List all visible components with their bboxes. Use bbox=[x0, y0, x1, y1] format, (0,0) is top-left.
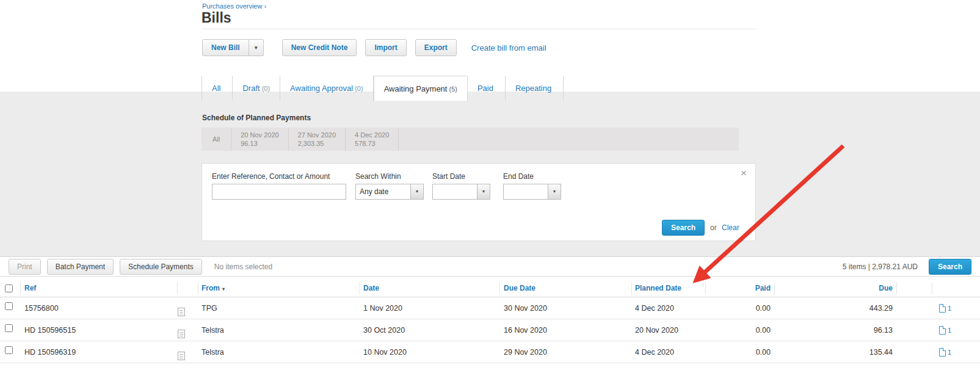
items-summary: 5 items | 2,978.21 AUD bbox=[843, 263, 918, 271]
batch-payment-button[interactable]: Batch Payment bbox=[47, 259, 114, 275]
header-from[interactable]: From▾ bbox=[201, 280, 357, 298]
row-checkbox[interactable] bbox=[5, 324, 13, 332]
top-button-row: New Bill ▾ New Credit Note Import Export… bbox=[202, 39, 546, 56]
cell-planned-date-link[interactable]: 4 Dec 2020 bbox=[635, 297, 703, 319]
tab-awaiting-approval[interactable]: Awaiting Approval(0) bbox=[280, 76, 374, 101]
row-checkbox[interactable] bbox=[5, 302, 13, 310]
cell-due: 96.13 bbox=[782, 319, 893, 341]
chevron-down-icon: ▾ bbox=[410, 184, 424, 200]
cell-due: 135.44 bbox=[782, 341, 893, 363]
reference-input[interactable] bbox=[212, 184, 346, 200]
header-date[interactable]: Date bbox=[363, 280, 499, 297]
cell-ref: 15756800 bbox=[24, 297, 174, 319]
cell-from-link[interactable]: Telstra bbox=[201, 341, 357, 363]
cell-paid: 0.00 bbox=[708, 341, 771, 363]
chevron-down-icon: ▾ bbox=[477, 184, 490, 200]
import-button[interactable]: Import bbox=[365, 39, 406, 56]
start-date-select[interactable]: ▾ bbox=[432, 184, 490, 200]
caret-down-icon: ▾ bbox=[255, 45, 258, 51]
attachment-indicator[interactable]: 1 bbox=[939, 297, 970, 319]
attachment-indicator[interactable]: 1 bbox=[939, 319, 970, 341]
note-icon[interactable] bbox=[178, 308, 185, 316]
close-icon[interactable]: × bbox=[741, 167, 747, 179]
search-panel: Enter Reference, Contact or Amount Searc… bbox=[201, 163, 756, 241]
reference-label: Enter Reference, Contact or Amount bbox=[212, 172, 330, 181]
cell-date: 30 Oct 2020 bbox=[363, 319, 499, 341]
cell-paid: 0.00 bbox=[708, 319, 771, 341]
table-header: Ref From▾ Date Due Date Planned Date Pai… bbox=[0, 280, 980, 297]
cell-paid: 0.00 bbox=[708, 297, 771, 319]
cell-from-link[interactable]: TPG bbox=[201, 297, 357, 319]
cell-date: 10 Nov 2020 bbox=[363, 341, 499, 363]
cell-date: 1 Nov 2020 bbox=[363, 297, 499, 319]
bills-tabs: All Draft(0) Awaiting Approval(0) Awaiti… bbox=[201, 76, 564, 101]
search-within-select[interactable]: Any date ▾ bbox=[355, 184, 424, 200]
schedule-bar: All 20 Nov 202096.13 27 Nov 20202,303.35… bbox=[201, 128, 739, 151]
cell-due-date-overdue: 16 Nov 2020 bbox=[504, 319, 629, 341]
schedule-segment-27nov[interactable]: 27 Nov 20202,303.35 bbox=[289, 128, 346, 151]
cell-planned-date-link[interactable]: 20 Nov 2020 bbox=[635, 319, 703, 341]
or-text: or bbox=[710, 223, 717, 232]
file-icon bbox=[939, 304, 946, 313]
chevron-down-icon: ▾ bbox=[548, 184, 561, 200]
tab-awaiting-payment[interactable]: Awaiting Payment(5) bbox=[374, 76, 468, 101]
cell-ref: HD 150596515 bbox=[24, 319, 174, 341]
actions-bar: Print Batch Payment Schedule Payments No… bbox=[0, 256, 980, 277]
search-within-label: Search Within bbox=[355, 172, 401, 181]
row-checkbox[interactable] bbox=[5, 346, 13, 354]
tab-paid[interactable]: Paid bbox=[468, 76, 506, 101]
panel-search-button[interactable]: Search bbox=[662, 220, 705, 236]
header-paid[interactable]: Paid bbox=[708, 280, 771, 297]
tab-all[interactable]: All bbox=[201, 76, 233, 101]
table-row[interactable]: HD 150596515 Telstra 30 Oct 2020 16 Nov … bbox=[0, 319, 980, 341]
select-all-checkbox[interactable] bbox=[5, 284, 13, 292]
cell-from-link[interactable]: Telstra bbox=[201, 319, 357, 341]
export-button[interactable]: Export bbox=[415, 39, 457, 56]
cell-planned-date-link[interactable]: 4 Dec 2020 bbox=[635, 341, 703, 363]
header-planned-date[interactable]: Planned Date bbox=[635, 280, 703, 297]
cell-due: 443.29 bbox=[782, 297, 893, 319]
start-date-label: Start Date bbox=[432, 172, 465, 181]
table-row[interactable]: HD 150596319 Telstra 10 Nov 2020 29 Nov … bbox=[0, 341, 980, 363]
new-bill-button[interactable]: New Bill bbox=[202, 39, 249, 56]
print-button[interactable]: Print bbox=[9, 259, 41, 275]
new-credit-note-button[interactable]: New Credit Note bbox=[282, 39, 357, 56]
header-due-date[interactable]: Due Date bbox=[504, 280, 629, 297]
file-icon bbox=[939, 348, 946, 357]
table-row[interactable]: 15756800 TPG 1 Nov 2020 30 Nov 2020 4 De… bbox=[0, 297, 980, 319]
bar-search-button[interactable]: Search bbox=[929, 259, 971, 275]
schedule-segment-empty bbox=[399, 128, 739, 151]
schedule-segment-4dec[interactable]: 4 Dec 2020578.73 bbox=[346, 128, 399, 151]
cell-ref: HD 150596319 bbox=[24, 341, 174, 363]
schedule-heading: Schedule of Planned Payments bbox=[202, 114, 311, 122]
create-bill-from-email-link[interactable]: Create bill from email bbox=[471, 43, 546, 53]
schedule-segment-all[interactable]: All bbox=[201, 128, 231, 151]
breadcrumb[interactable]: Purchases overview › bbox=[202, 2, 266, 10]
end-date-select[interactable]: ▾ bbox=[503, 184, 561, 200]
header-due[interactable]: Due bbox=[782, 280, 893, 297]
page-title: Bills bbox=[201, 10, 231, 26]
tab-draft[interactable]: Draft(0) bbox=[233, 76, 280, 101]
new-bill-split-button: New Bill ▾ bbox=[202, 39, 264, 56]
title-divider bbox=[201, 29, 756, 29]
tab-repeating[interactable]: Repeating bbox=[506, 76, 564, 101]
new-bill-caret-button[interactable]: ▾ bbox=[249, 39, 264, 56]
sort-down-icon: ▾ bbox=[222, 286, 225, 292]
schedule-segment-20nov[interactable]: 20 Nov 202096.13 bbox=[231, 128, 288, 151]
schedule-payments-button[interactable]: Schedule Payments bbox=[120, 259, 202, 275]
clear-link[interactable]: Clear bbox=[722, 223, 739, 232]
file-icon bbox=[939, 326, 946, 335]
header-ref[interactable]: Ref bbox=[24, 280, 174, 297]
attachment-indicator[interactable]: 1 bbox=[939, 341, 970, 363]
end-date-label: End Date bbox=[503, 172, 534, 181]
cell-due-date: 29 Nov 2020 bbox=[504, 341, 629, 363]
cell-due-date: 30 Nov 2020 bbox=[504, 297, 629, 319]
note-icon[interactable] bbox=[178, 352, 185, 360]
note-icon[interactable] bbox=[178, 330, 185, 338]
no-items-selected-text: No items selected bbox=[214, 263, 272, 271]
